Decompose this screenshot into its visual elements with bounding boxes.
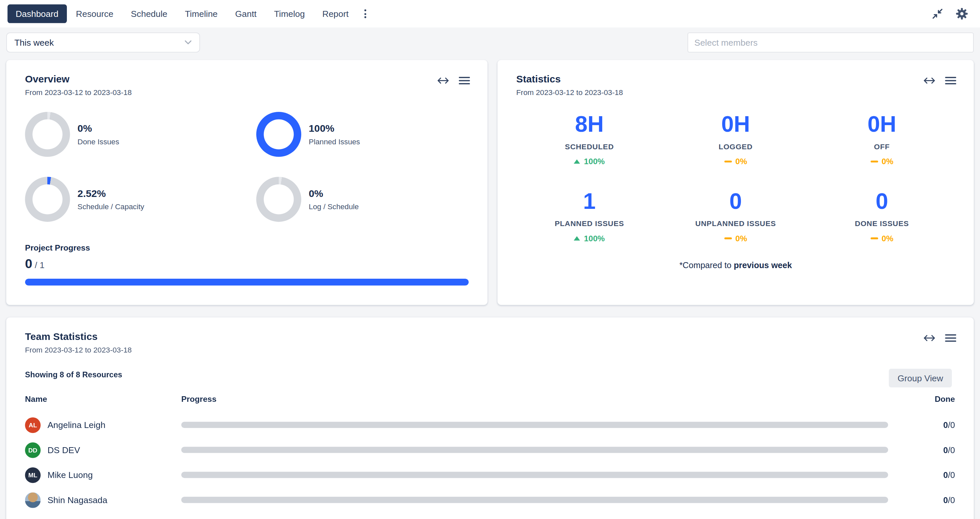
done-total: /0 xyxy=(948,445,955,454)
team-table: Name Progress Done AL Angelina Leigh 0/0… xyxy=(25,394,955,513)
avatar: AL xyxy=(25,417,41,433)
statistics-title: Statistics xyxy=(516,74,955,85)
stat-label: DONE ISSUES xyxy=(809,219,955,228)
period-select-value: This week xyxy=(14,37,54,47)
expand-width-icon[interactable] xyxy=(437,76,450,85)
member-name: Shin Nagasada xyxy=(47,495,107,505)
overview-date-range: From 2023-03-12 to 2023-03-18 xyxy=(25,88,469,97)
statistics-footnote: *Compared to previous week xyxy=(516,260,955,270)
stat-delta: 100% xyxy=(584,234,605,243)
donut-chart xyxy=(256,112,301,157)
tab-report[interactable]: Report xyxy=(314,4,356,23)
tab-timelog[interactable]: Timelog xyxy=(266,4,313,23)
donut-planned-issues: 100% Planned Issues xyxy=(256,112,469,157)
tab-gantt[interactable]: Gantt xyxy=(227,4,265,23)
expand-width-icon[interactable] xyxy=(923,334,935,342)
stat-scheduled: 8H SCHEDULED 100% xyxy=(516,113,662,166)
stat-value: 0H xyxy=(662,113,809,136)
stat-delta: 0% xyxy=(882,234,893,243)
donut-chart xyxy=(25,177,70,222)
avatar: DD xyxy=(25,442,41,458)
stat-unplanned-issues: 0 UNPLANNED ISSUES 0% xyxy=(662,190,809,243)
tab-timeline[interactable]: Timeline xyxy=(177,4,226,23)
trend-up-icon xyxy=(574,159,581,163)
trend-flat-icon xyxy=(870,160,878,162)
stat-delta: 0% xyxy=(735,234,747,243)
avatar: ML xyxy=(25,467,41,482)
team-table-header: Name Progress Done xyxy=(25,394,955,413)
stat-off: 0H OFF 0% xyxy=(809,113,955,166)
trend-flat-icon xyxy=(724,160,732,162)
tab-dashboard[interactable]: Dashboard xyxy=(8,4,67,23)
overview-title: Overview xyxy=(25,74,469,85)
table-row[interactable]: DD DS DEV 0/0 xyxy=(25,437,955,462)
stat-value: 1 xyxy=(516,190,662,213)
statistics-card: Statistics From 2023-03-12 to 2023-03-18… xyxy=(498,60,974,305)
table-row[interactable]: AL Angelina Leigh 0/0 xyxy=(25,413,955,438)
table-row[interactable]: ML Mike Luong 0/0 xyxy=(25,462,955,487)
donut-schedule-capacity: 2.52% Schedule / Capacity xyxy=(25,177,256,222)
done-total: /0 xyxy=(948,495,955,505)
done-count: 0 xyxy=(943,421,948,430)
stat-delta: 0% xyxy=(882,157,893,166)
column-header-done: Done xyxy=(908,394,955,403)
donut-chart xyxy=(256,177,301,222)
trend-flat-icon xyxy=(870,237,878,239)
statistics-date-range: From 2023-03-12 to 2023-03-18 xyxy=(516,88,955,97)
settings-gear-icon[interactable] xyxy=(955,7,969,21)
donut-log-schedule: 0% Log / Schedule xyxy=(256,177,469,222)
project-progress-label: Project Progress xyxy=(25,243,469,252)
expand-width-icon[interactable] xyxy=(923,76,935,85)
collapse-icon[interactable] xyxy=(931,8,944,20)
done-count: 0 xyxy=(943,445,948,454)
donut-value: 100% xyxy=(309,123,360,134)
top-nav-bar: Dashboard Resource Schedule Timeline Gan… xyxy=(0,0,980,27)
stat-done-issues: 0 DONE ISSUES 0% xyxy=(809,190,955,243)
trend-flat-icon xyxy=(724,237,732,239)
stat-value: 0H xyxy=(809,113,955,136)
group-view-button[interactable]: Group View xyxy=(889,369,952,387)
footnote-compare-period: previous week xyxy=(734,260,792,270)
trend-up-icon xyxy=(574,236,581,241)
avatar xyxy=(25,492,41,508)
table-row[interactable]: Shin Nagasada 0/0 xyxy=(25,487,955,513)
period-select[interactable]: This week xyxy=(6,32,200,52)
done-count: 0 xyxy=(943,495,948,505)
donut-done-issues: 0% Done Issues xyxy=(25,112,256,157)
donut-label: Planned Issues xyxy=(309,137,360,146)
overview-card: Overview From 2023-03-12 to 2023-03-18 0… xyxy=(6,60,488,305)
stat-planned-issues: 1 PLANNED ISSUES 100% xyxy=(516,190,662,243)
stat-delta: 0% xyxy=(735,157,747,166)
project-progress-bar xyxy=(25,279,469,286)
card-menu-icon[interactable] xyxy=(459,76,470,85)
tab-resource[interactable]: Resource xyxy=(68,4,121,23)
team-date-range: From 2023-03-12 to 2023-03-18 xyxy=(25,346,955,354)
dashboard-page: Dashboard Resource Schedule Timeline Gan… xyxy=(0,0,980,519)
column-header-name: Name xyxy=(25,394,181,403)
more-tabs-kebab-icon[interactable] xyxy=(358,4,372,23)
statistics-grid: 8H SCHEDULED 100% 0H LOGGED 0% 0H OFF 0%… xyxy=(516,113,955,243)
done-total: /0 xyxy=(948,421,955,430)
stat-label: UNPLANNED ISSUES xyxy=(662,219,809,228)
stat-label: SCHEDULED xyxy=(516,142,662,151)
donut-label: Log / Schedule xyxy=(309,202,359,211)
team-statistics-card: Team Statistics From 2023-03-12 to 2023-… xyxy=(6,317,974,519)
stat-logged: 0H LOGGED 0% xyxy=(662,113,809,166)
tab-schedule[interactable]: Schedule xyxy=(123,4,175,23)
card-menu-icon[interactable] xyxy=(945,334,956,342)
stat-value: 0 xyxy=(662,190,809,213)
member-name: Mike Luong xyxy=(47,470,93,480)
team-title: Team Statistics xyxy=(25,331,955,343)
select-members-input[interactable] xyxy=(688,32,974,52)
progress-done-count: 0 xyxy=(25,256,32,270)
card-menu-icon[interactable] xyxy=(945,76,956,85)
done-total: /0 xyxy=(948,470,955,479)
project-progress-count: 0/ 1 xyxy=(25,256,469,271)
donut-value: 0% xyxy=(78,123,119,134)
stat-value: 0 xyxy=(809,190,955,213)
donut-chart xyxy=(25,112,70,157)
member-name: Angelina Leigh xyxy=(47,420,105,430)
stat-value: 8H xyxy=(516,113,662,136)
donut-label: Done Issues xyxy=(78,137,119,146)
donut-value: 0% xyxy=(309,188,359,199)
